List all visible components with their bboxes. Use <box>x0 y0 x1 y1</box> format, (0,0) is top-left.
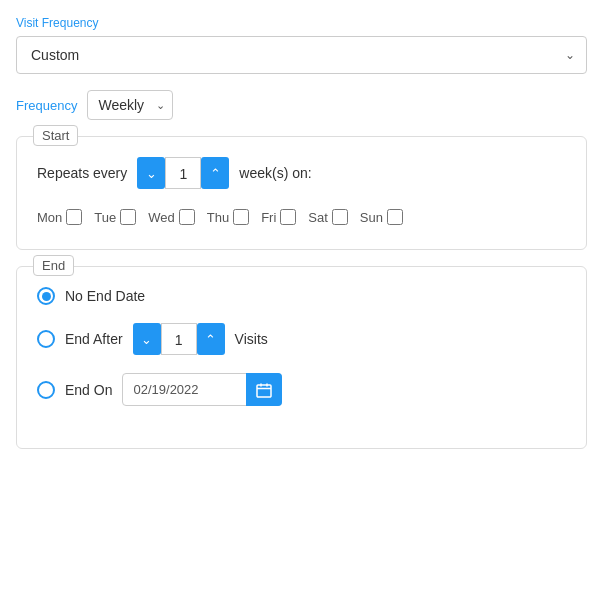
day-checkbox-thu[interactable] <box>233 209 249 225</box>
calendar-icon <box>256 382 272 398</box>
visit-frequency-select[interactable]: Custom <box>16 36 587 74</box>
no-end-label: No End Date <box>65 288 145 304</box>
end-after-option[interactable]: End After ⌄ 1 ⌃ Visits <box>37 323 566 355</box>
start-card-label: Start <box>33 125 78 146</box>
day-label-sun: Sun <box>360 210 383 225</box>
frequency-label: Frequency <box>16 98 77 113</box>
visit-frequency-section: Visit Frequency Custom ⌄ <box>16 16 587 74</box>
no-end-radio[interactable] <box>37 287 55 305</box>
svg-rect-0 <box>257 385 271 397</box>
end-on-radio[interactable] <box>37 381 55 399</box>
day-item-sat: Sat <box>308 209 348 225</box>
day-label-tue: Tue <box>94 210 116 225</box>
start-stepper: ⌄ 1 ⌃ <box>137 157 229 189</box>
day-checkbox-mon[interactable] <box>66 209 82 225</box>
visits-label: Visits <box>235 331 268 347</box>
day-item-fri: Fri <box>261 209 296 225</box>
day-label-fri: Fri <box>261 210 276 225</box>
day-label-mon: Mon <box>37 210 62 225</box>
frequency-dropdown[interactable]: Weekly ⌄ <box>87 90 173 120</box>
no-end-option[interactable]: No End Date <box>37 287 566 305</box>
start-decrement-button[interactable]: ⌄ <box>137 157 165 189</box>
day-item-thu: Thu <box>207 209 249 225</box>
end-after-decrement-button[interactable]: ⌄ <box>133 323 161 355</box>
end-on-row: End On <box>65 373 282 406</box>
end-after-label: End After <box>65 331 123 347</box>
end-after-stepper: ⌄ 1 ⌃ <box>133 323 225 355</box>
start-increment-button[interactable]: ⌃ <box>201 157 229 189</box>
end-card: End No End Date End After ⌄ 1 ⌃ Visits E… <box>16 266 587 449</box>
day-checkbox-fri[interactable] <box>280 209 296 225</box>
repeats-row: Repeats every ⌄ 1 ⌃ week(s) on: <box>37 157 566 189</box>
end-on-option[interactable]: End On <box>37 373 566 406</box>
end-on-label: End On <box>65 382 112 398</box>
end-after-stepper-value: 1 <box>161 323 197 355</box>
end-after-row: End After ⌄ 1 ⌃ Visits <box>65 323 268 355</box>
day-item-mon: Mon <box>37 209 82 225</box>
day-checkbox-tue[interactable] <box>120 209 136 225</box>
end-card-label: End <box>33 255 74 276</box>
calendar-icon-button[interactable] <box>246 373 282 406</box>
days-row: Mon Tue Wed Thu Fri Sat Sun <box>37 209 566 225</box>
end-after-increment-button[interactable]: ⌃ <box>197 323 225 355</box>
repeats-label: Repeats every <box>37 165 127 181</box>
day-item-sun: Sun <box>360 209 403 225</box>
weeks-text: week(s) on: <box>239 165 311 181</box>
start-stepper-value: 1 <box>165 157 201 189</box>
frequency-select[interactable]: Weekly <box>87 90 173 120</box>
visit-frequency-label: Visit Frequency <box>16 16 587 30</box>
frequency-row: Frequency Weekly ⌄ <box>16 90 587 120</box>
day-checkbox-sun[interactable] <box>387 209 403 225</box>
day-item-wed: Wed <box>148 209 195 225</box>
day-label-thu: Thu <box>207 210 229 225</box>
day-label-sat: Sat <box>308 210 328 225</box>
day-item-tue: Tue <box>94 209 136 225</box>
day-checkbox-sat[interactable] <box>332 209 348 225</box>
start-card: Start Repeats every ⌄ 1 ⌃ week(s) on: Mo… <box>16 136 587 250</box>
date-input-container <box>122 373 282 406</box>
day-label-wed: Wed <box>148 210 175 225</box>
end-after-radio[interactable] <box>37 330 55 348</box>
visit-frequency-dropdown[interactable]: Custom ⌄ <box>16 36 587 74</box>
day-checkbox-wed[interactable] <box>179 209 195 225</box>
